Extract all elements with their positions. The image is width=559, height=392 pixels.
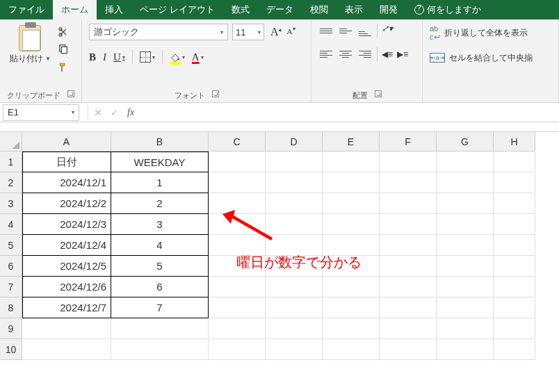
cell-H5[interactable] [494, 235, 535, 256]
cell-A2[interactable]: 2024/12/1 [22, 172, 111, 193]
cancel-formula-button[interactable]: ✕ [94, 107, 102, 118]
row-header-1[interactable]: 1 [0, 152, 22, 172]
cell-F6[interactable] [380, 256, 437, 277]
wrap-text-button[interactable]: abc↩ 折り返して全体を表示 [430, 24, 551, 42]
cell-E3[interactable] [323, 193, 380, 214]
cell-F9[interactable] [380, 318, 437, 339]
cell-B3[interactable]: 2 [111, 193, 209, 214]
cell-F10[interactable] [380, 339, 437, 360]
cell-H4[interactable] [494, 214, 535, 235]
tab-insert[interactable]: 挿入 [97, 0, 131, 19]
cut-button[interactable] [58, 26, 69, 38]
cell-G1[interactable] [437, 152, 494, 172]
cell-F2[interactable] [380, 172, 437, 193]
cell-D1[interactable] [266, 152, 323, 172]
cell-A4[interactable]: 2024/12/3 [22, 214, 111, 235]
font-size-select[interactable]: 11 ▾ [232, 24, 264, 40]
cell-H9[interactable] [494, 318, 535, 339]
cell-D4[interactable] [266, 214, 323, 235]
align-bottom-button[interactable] [357, 24, 373, 38]
cell-H7[interactable] [494, 277, 535, 297]
tab-home[interactable]: ホーム [53, 0, 97, 19]
align-left-button[interactable] [318, 47, 334, 61]
fill-color-button[interactable]: ▾ [170, 51, 185, 63]
cell-H8[interactable] [494, 297, 535, 318]
cell-F7[interactable] [380, 277, 437, 297]
row-header-2[interactable]: 2 [0, 172, 22, 193]
row-header-8[interactable]: 8 [0, 297, 22, 318]
column-header-F[interactable]: F [380, 132, 437, 152]
tab-data[interactable]: データ [258, 0, 302, 19]
column-header-D[interactable]: D [266, 132, 323, 152]
alignment-launcher[interactable] [375, 90, 382, 97]
cell-A6[interactable]: 2024/12/5 [22, 256, 111, 277]
cell-B8[interactable]: 7 [111, 297, 209, 318]
clipboard-launcher[interactable] [67, 90, 74, 97]
row-header-10[interactable]: 10 [0, 339, 22, 360]
cell-E1[interactable] [323, 152, 380, 172]
cell-C5[interactable] [209, 235, 266, 256]
merge-center-button[interactable]: ⇤a⇥ セルを結合して中央揃 [430, 49, 551, 67]
cell-A7[interactable]: 2024/12/6 [22, 277, 111, 297]
cell-G3[interactable] [437, 193, 494, 214]
confirm-formula-button[interactable]: ✓ [111, 107, 119, 118]
borders-button[interactable]: ▾ [140, 51, 155, 63]
align-right-button[interactable] [357, 47, 373, 61]
font-launcher[interactable] [212, 90, 219, 97]
cell-F5[interactable] [380, 235, 437, 256]
cell-F4[interactable] [380, 214, 437, 235]
column-header-B[interactable]: B [111, 132, 209, 152]
cell-B7[interactable]: 6 [111, 277, 209, 297]
shrink-font-button[interactable]: A▾ [285, 24, 298, 40]
select-all-button[interactable] [0, 132, 22, 152]
row-header-7[interactable]: 7 [0, 277, 22, 297]
row-header-6[interactable]: 6 [0, 256, 22, 277]
cell-E6[interactable] [323, 256, 380, 277]
align-top-button[interactable] [318, 24, 334, 38]
cell-C7[interactable] [209, 277, 266, 297]
cell-A10[interactable] [22, 339, 111, 360]
cell-G5[interactable] [437, 235, 494, 256]
copy-button[interactable] [58, 43, 69, 56]
align-center-button[interactable] [338, 47, 353, 61]
cell-A8[interactable]: 2024/12/7 [22, 297, 111, 318]
name-box[interactable]: E1 ▾ [3, 104, 79, 121]
tab-developer[interactable]: 開発 [371, 0, 406, 19]
cell-G7[interactable] [437, 277, 494, 297]
cell-E2[interactable] [323, 172, 380, 193]
cell-D7[interactable] [266, 277, 323, 297]
cell-B5[interactable]: 4 [111, 235, 209, 256]
align-middle-button[interactable] [338, 24, 353, 38]
cell-C6[interactable] [209, 256, 266, 277]
cell-D9[interactable] [266, 318, 323, 339]
cell-C9[interactable] [209, 318, 266, 339]
row-header-5[interactable]: 5 [0, 235, 22, 256]
cell-E7[interactable] [323, 277, 380, 297]
cell-B6[interactable]: 5 [111, 256, 209, 277]
cell-C8[interactable] [209, 297, 266, 318]
cell-E4[interactable] [323, 214, 380, 235]
column-header-H[interactable]: H [494, 132, 535, 152]
cell-G4[interactable] [437, 214, 494, 235]
cell-F8[interactable] [380, 297, 437, 318]
orientation-button[interactable]: ⤢▾ [382, 24, 393, 38]
tab-formulas[interactable]: 数式 [223, 0, 258, 19]
cell-H1[interactable] [494, 152, 535, 172]
cell-H10[interactable] [494, 339, 535, 360]
cell-D5[interactable] [266, 235, 323, 256]
row-header-3[interactable]: 3 [0, 193, 22, 214]
row-header-4[interactable]: 4 [0, 214, 22, 235]
bold-button[interactable]: B [89, 51, 96, 63]
cell-A9[interactable] [22, 318, 111, 339]
font-name-select[interactable]: 游ゴシック ▾ [89, 24, 228, 40]
column-header-E[interactable]: E [323, 132, 380, 152]
tell-me-search[interactable]: 何をしますか [406, 0, 489, 19]
cell-E8[interactable] [323, 297, 380, 318]
cell-D6[interactable] [266, 256, 323, 277]
cell-D10[interactable] [266, 339, 323, 360]
cell-H3[interactable] [494, 193, 535, 214]
underline-button[interactable]: U▾ [113, 51, 125, 63]
cell-G6[interactable] [437, 256, 494, 277]
increase-indent-button[interactable]: ▶≡ [397, 47, 408, 61]
tab-file[interactable]: ファイル [0, 0, 53, 19]
